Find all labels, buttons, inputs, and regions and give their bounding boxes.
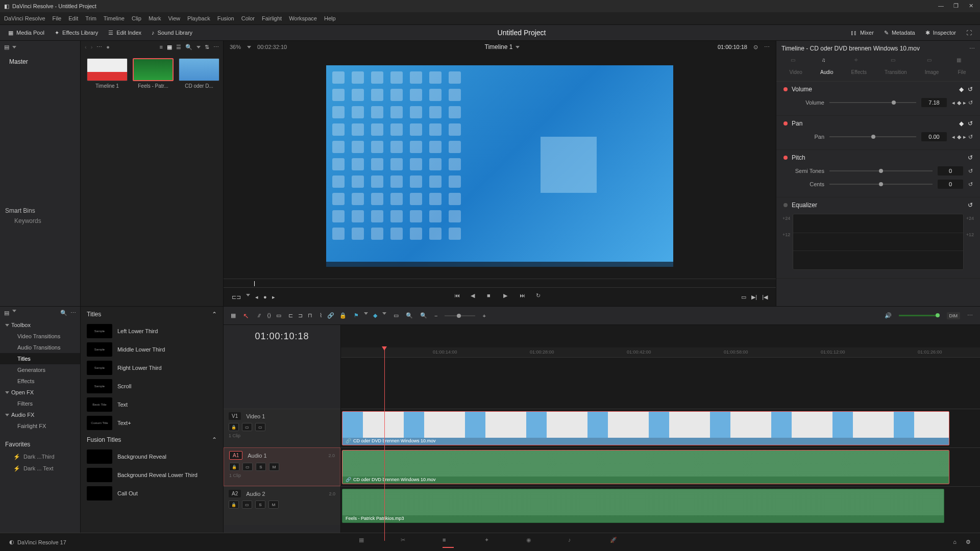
track-a1[interactable]: 🔗CD oder DVD brennen Windows 10.mov: [341, 447, 980, 486]
generators-cat[interactable]: Generators: [0, 364, 80, 375]
audiofx-header[interactable]: Audio FX: [0, 409, 80, 420]
zoom-out-icon[interactable]: −: [434, 313, 437, 319]
blade-tool-icon[interactable]: ▭: [276, 312, 281, 319]
selection-tool-icon[interactable]: ↖: [243, 312, 249, 320]
edit-index-toggle[interactable]: ☰Edit Index: [108, 30, 141, 36]
title-item[interactable]: Call Out: [81, 484, 223, 503]
audio-clip[interactable]: Feels - Patrick Patrikios.mp3: [342, 489, 944, 523]
keyframe-icon[interactable]: ◆: [959, 86, 964, 93]
volume-slider[interactable]: [829, 102, 916, 103]
lock-track-button[interactable]: 🔒: [229, 423, 239, 431]
filter-icon[interactable]: ⇅: [205, 44, 209, 51]
master-volume-slider[interactable]: [899, 315, 940, 316]
lock-icon[interactable]: 🔒: [339, 312, 347, 319]
track-id[interactable]: V1: [229, 412, 241, 420]
semitones-value[interactable]: 0: [938, 166, 963, 176]
audio-clip[interactable]: 🔗CD oder DVD brennen Windows 10.mov: [342, 450, 949, 484]
prev-keyframe-icon[interactable]: ◂: [952, 134, 955, 140]
video-transitions-cat[interactable]: Video Transitions: [0, 331, 80, 342]
color-page-button[interactable]: ◉: [526, 537, 537, 548]
timeline-view-icon[interactable]: ▦: [231, 312, 236, 319]
pan-value[interactable]: 0.00: [921, 132, 947, 141]
title-item[interactable]: Background Reveal: [81, 447, 223, 466]
track-a2[interactable]: Feels - Patrick Patrikios.mp3: [341, 486, 980, 525]
media-clip-timeline[interactable]: Timeline 1: [87, 58, 128, 89]
maximize-button[interactable]: ❐: [953, 3, 961, 10]
viewer-options-icon[interactable]: ⋯: [764, 44, 770, 51]
marker-dropdown-icon[interactable]: [382, 312, 386, 315]
mute-button[interactable]: M: [269, 463, 279, 471]
next-edit-icon[interactable]: ▶|: [751, 294, 757, 300]
project-settings-button[interactable]: ⚙: [966, 539, 971, 545]
title-item[interactable]: Custom TitleText+: [81, 414, 223, 432]
semitones-slider[interactable]: [829, 170, 933, 171]
pan-enable-dot[interactable]: [783, 121, 788, 126]
strip-view-icon[interactable]: ☰: [176, 44, 181, 51]
effects-library-toggle[interactable]: ✦Effects Library: [55, 30, 98, 36]
reset-icon[interactable]: ↺: [968, 154, 973, 161]
thumb-view-icon[interactable]: ▦: [167, 44, 172, 51]
media-clip-feels[interactable]: Feels - Patr...: [133, 58, 174, 89]
play-button[interactable]: ▶: [503, 292, 512, 302]
track-v1[interactable]: 🔗CD oder DVD brennen Windows 10.mov: [341, 409, 980, 447]
equalizer-graph[interactable]: [793, 214, 964, 270]
flag-dropdown-icon[interactable]: [364, 312, 368, 315]
match-frame-icon[interactable]: ●: [263, 294, 267, 300]
media-pool-toggle[interactable]: ▦Media Pool: [8, 30, 44, 36]
disable-track-button[interactable]: ▭: [255, 423, 265, 431]
match-frame-prev-icon[interactable]: ◂: [255, 294, 258, 300]
stop-button[interactable]: ■: [487, 292, 496, 302]
reset-icon[interactable]: ↺: [968, 120, 973, 127]
dim-button[interactable]: DIM: [947, 312, 961, 319]
home-button[interactable]: ⌂: [953, 539, 957, 545]
auto-select-button[interactable]: ▭: [242, 423, 252, 431]
cut-page-button[interactable]: ✂: [401, 537, 412, 548]
track-id[interactable]: A2: [229, 490, 241, 497]
in-out-icon[interactable]: ⊏⊐: [232, 294, 241, 300]
reset-icon[interactable]: ↺: [968, 86, 973, 93]
lock-track-button[interactable]: 🔒: [229, 463, 239, 471]
sort-dropdown-icon[interactable]: [197, 46, 201, 48]
menu-fusion[interactable]: Fusion: [217, 15, 234, 21]
menu-mark[interactable]: Mark: [149, 15, 161, 21]
fusion-page-button[interactable]: ✦: [484, 537, 496, 548]
solo-button[interactable]: S: [256, 463, 266, 471]
title-item[interactable]: SampleMiddle Lower Third: [81, 340, 223, 359]
favorite-item[interactable]: ⚡Dark ...Third: [0, 451, 80, 463]
tab-file[interactable]: ▦File: [957, 57, 967, 75]
loop-button[interactable]: ↻: [536, 292, 545, 302]
monitor-icon[interactable]: ▭: [394, 312, 399, 319]
close-button[interactable]: ✕: [969, 3, 976, 10]
deliver-page-button[interactable]: 🚀: [610, 537, 621, 548]
bypass-icon[interactable]: ⊙: [753, 44, 758, 51]
marker-icon[interactable]: ◆: [373, 312, 377, 319]
replace-icon[interactable]: ⊓: [308, 312, 312, 319]
library-view-icon[interactable]: ▤: [4, 310, 9, 316]
timeline-timecode[interactable]: 01:00:10:18: [224, 325, 340, 347]
audio-transitions-cat[interactable]: Audio Transitions: [0, 342, 80, 353]
title-item[interactable]: SampleLeft Lower Third: [81, 322, 223, 340]
zoom-search-icon[interactable]: 🔍: [406, 312, 413, 319]
media-page-button[interactable]: ▦: [359, 537, 370, 548]
viewer-title[interactable]: Timeline 1: [485, 43, 513, 51]
fairlight-page-button[interactable]: ♪: [568, 537, 579, 548]
options-icon[interactable]: ⋯: [213, 44, 219, 51]
track-header-a1[interactable]: A1Audio 12.0 🔒▭SM 1 Clip: [224, 447, 340, 486]
bin-view-icon[interactable]: ▤: [4, 44, 9, 51]
nav-fwd-icon[interactable]: ›: [91, 44, 93, 50]
fairlight-cat[interactable]: Fairlight FX: [0, 420, 80, 432]
mute-icon[interactable]: 🔊: [885, 312, 892, 319]
track-header-a2[interactable]: A2Audio 22.0 🔒▭SM: [224, 486, 340, 525]
cents-value[interactable]: 0: [938, 180, 963, 189]
titles-group-header[interactable]: Titles⌃: [81, 307, 223, 322]
mixer-toggle[interactable]: ⫿⫿Mixer: [851, 30, 874, 36]
next-keyframe-icon[interactable]: ▸: [963, 134, 966, 140]
last-frame-button[interactable]: ⏭: [520, 292, 529, 302]
cents-slider[interactable]: [829, 184, 933, 185]
reset-param-icon[interactable]: ↺: [968, 134, 973, 140]
add-keyframe-icon[interactable]: ◆: [957, 99, 961, 106]
library-dropdown-icon[interactable]: [12, 310, 16, 312]
effects-cat[interactable]: Effects: [0, 375, 80, 387]
add-keyframe-icon[interactable]: ◆: [957, 134, 961, 140]
volume-value[interactable]: 7.18: [921, 98, 947, 107]
